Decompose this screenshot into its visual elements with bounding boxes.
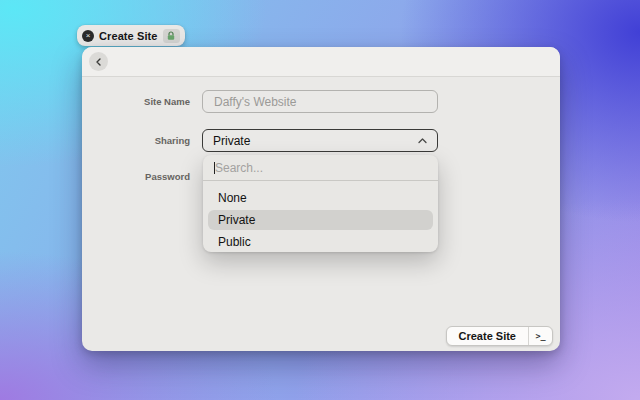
sharing-dropdown: None Private Public [203,155,438,252]
sharing-label: Sharing [82,135,190,146]
create-site-tab[interactable]: × Create Site [77,25,185,46]
chevron-up-icon [418,138,427,144]
text-cursor [214,162,215,174]
lock-icon [163,29,180,43]
create-site-button-group: Create Site >_ [446,326,553,346]
back-button[interactable] [89,52,108,71]
dropdown-option-private[interactable]: Private [208,210,433,230]
dropdown-search-input[interactable] [203,155,438,180]
password-label: Password [82,171,190,182]
chevron-left-icon [95,58,103,66]
create-site-window: Site Name Sharing Password Private None … [82,47,560,351]
site-name-input[interactable] [202,90,438,113]
create-site-button[interactable]: Create Site [447,327,528,345]
desktop-wallpaper: × Create Site Site Name Sharing Password… [0,0,640,400]
tab-title: Create Site [99,30,158,42]
close-tab-icon[interactable]: × [82,30,94,42]
window-header [82,47,560,77]
dropdown-search-row [203,155,438,181]
dropdown-options-list: None Private Public [203,181,438,260]
dropdown-option-public[interactable]: Public [208,232,433,252]
terminal-prompt-icon[interactable]: >_ [528,327,552,345]
sharing-select-value: Private [213,134,418,148]
site-name-label: Site Name [82,96,190,107]
dropdown-option-none[interactable]: None [208,188,433,208]
sharing-select[interactable]: Private [202,129,438,152]
